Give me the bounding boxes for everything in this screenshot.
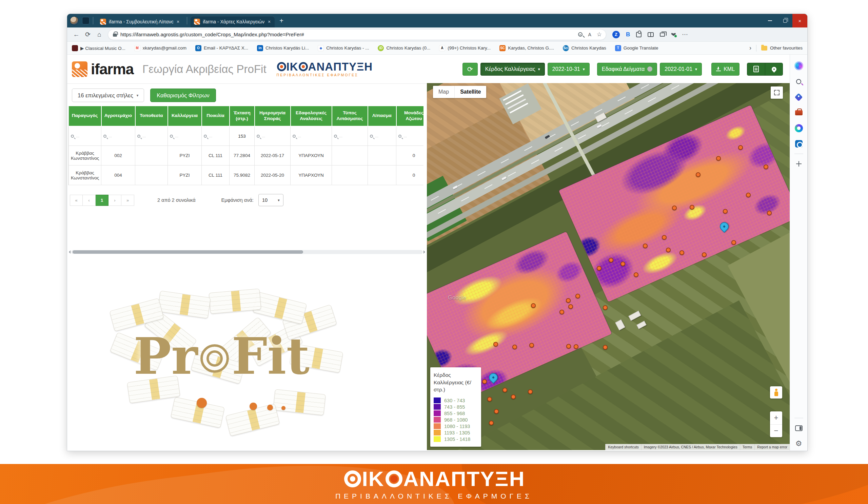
column-filter-cell[interactable]: ... <box>69 126 101 146</box>
filter-input[interactable]: ... <box>399 134 423 138</box>
soil-sample-point[interactable] <box>609 258 613 263</box>
attribution-text[interactable]: Report a map error <box>754 444 790 450</box>
ifarma-brand[interactable]: ifarma <box>72 61 134 78</box>
bookmark-item[interactable]: inChristos Karydás Li... <box>257 45 309 51</box>
filter-input[interactable]: ... <box>103 134 133 138</box>
column-filter-cell[interactable]: ... <box>202 126 229 146</box>
soil-sample-point[interactable] <box>597 266 601 271</box>
settings-more-icon[interactable]: ⋯ <box>682 31 688 38</box>
back-icon[interactable]: ← <box>71 31 82 38</box>
bookmark-item[interactable]: ◆Christos Karydas - ... <box>318 45 369 51</box>
sidebar-panel-icon[interactable] <box>793 422 805 434</box>
browser-essentials-icon[interactable] <box>671 32 676 37</box>
soil-sample-point[interactable] <box>716 156 721 161</box>
soil-sample-point[interactable] <box>487 397 492 402</box>
column-header[interactable]: Καλλιέργεια <box>168 106 202 126</box>
sidebar-copilot-icon[interactable] <box>793 60 805 72</box>
soil-sample-point[interactable] <box>493 342 498 347</box>
area-filter-value[interactable]: 153 <box>229 126 255 146</box>
bookmark-item[interactable]: iDChristos Karydas (0... <box>378 45 430 51</box>
bing-icon[interactable]: B <box>626 31 630 38</box>
sidebar-toolbox-icon[interactable] <box>793 107 805 119</box>
column-header[interactable]: Τοποθεσία <box>135 106 168 126</box>
zoom-out-button[interactable]: − <box>770 424 782 438</box>
address-bar[interactable]: https://ifarmaweb.agrostis.gr/custom_cod… <box>108 29 606 40</box>
clear-filters-button[interactable]: Καθαρισμός Φίλτρων <box>150 89 216 102</box>
soil-sample-point[interactable] <box>503 388 507 392</box>
column-header[interactable]: Εδαφολογικές Αναλύσεις <box>291 106 332 126</box>
filter-input[interactable]: ... <box>370 134 394 138</box>
satellite-map[interactable]: Map Satellite Κέρδος Καλλιέργειας (€/στρ… <box>427 83 790 450</box>
close-button[interactable]: × <box>792 14 807 28</box>
satellite-view-toggle[interactable]: Satellite <box>454 86 486 98</box>
soil-sample-point[interactable] <box>566 298 571 303</box>
bookmark-item[interactable]: SCKarydas, Christos G.... <box>499 45 554 51</box>
soil-sample-point[interactable] <box>489 421 494 425</box>
street-view-pegman[interactable] <box>770 386 782 399</box>
scroll-left-icon[interactable] <box>67 250 71 254</box>
soil-sample-point[interactable] <box>494 409 499 414</box>
new-tab-button[interactable]: + <box>279 17 283 25</box>
column-header[interactable]: Έκταση (στρ.) <box>229 106 255 126</box>
crop-profit-dropdown[interactable]: Κέρδος Καλλιέργειας ▾ <box>480 63 545 76</box>
soil-sample-point[interactable] <box>672 206 677 210</box>
prev-page-button[interactable]: ‹ <box>83 195 96 206</box>
split-screen-icon[interactable] <box>648 32 654 37</box>
soil-sample-point[interactable] <box>643 244 648 248</box>
sidebar-shopping-icon[interactable] <box>793 91 805 103</box>
soil-sample-point[interactable] <box>482 379 487 384</box>
sidebar-outlook-icon[interactable] <box>793 138 805 150</box>
sidebar-settings-icon[interactable]: ⚙ <box>793 438 805 449</box>
sidebar-search-icon[interactable] <box>793 76 805 87</box>
column-filter-cell[interactable]: ... <box>368 126 396 146</box>
soil-sample-point[interactable] <box>767 210 772 215</box>
read-aloud-icon[interactable]: A <box>588 32 591 37</box>
column-filter-cell[interactable]: ... <box>101 126 135 146</box>
collections-icon[interactable] <box>660 33 665 37</box>
filter-input[interactable]: ... <box>71 134 99 138</box>
sidebar-add-icon[interactable] <box>793 158 805 169</box>
attribution-text[interactable]: Keyboard shortcuts <box>605 444 641 450</box>
extensions-icon[interactable] <box>636 32 641 37</box>
workspace-icon[interactable] <box>82 17 90 24</box>
refresh-icon[interactable]: ⟳ <box>82 31 94 38</box>
soil-samples-toggle[interactable]: Εδαφικά Δείγματα <box>597 63 658 76</box>
attribution-text[interactable]: Imagery ©2023 Airbus, CNES / Airbus, Max… <box>641 444 740 450</box>
filter-input[interactable]: ... <box>257 134 288 138</box>
page-1-button[interactable]: 1 <box>96 195 108 206</box>
soil-sample-point[interactable] <box>528 389 533 394</box>
date-to-dropdown[interactable]: 2022-10-31 ▾ <box>548 63 590 76</box>
column-header[interactable]: Παραγωγός <box>69 106 101 126</box>
zoom-in-button[interactable]: + <box>770 411 782 424</box>
column-header[interactable]: Ποικιλία <box>202 106 229 126</box>
refresh-data-button[interactable]: ⟳ <box>463 63 478 76</box>
soil-sample-point[interactable] <box>568 304 573 309</box>
restore-button[interactable] <box>777 14 792 28</box>
first-page-button[interactable]: « <box>70 195 83 206</box>
column-filter-cell[interactable]: ... <box>168 126 202 146</box>
soil-sample-point[interactable] <box>603 345 608 350</box>
table-row[interactable]: Κράββας Κωνσταντίνος004ΡΥΖΙCL 11175.9082… <box>69 165 424 185</box>
soil-sample-point[interactable] <box>764 164 768 169</box>
bookmarks-overflow-chevron[interactable]: › <box>749 44 751 52</box>
soil-sample-point[interactable] <box>574 344 578 349</box>
bookmark-item[interactable]: ▶ Classical Music O... <box>72 45 125 51</box>
soil-sample-point[interactable] <box>731 240 736 245</box>
table-row[interactable]: Κράββας Κωνσταντίνος002ΡΥΖΙCL 11177.2804… <box>69 146 424 165</box>
tab-close-icon[interactable]: × <box>267 19 271 24</box>
url-text[interactable]: https://ifarmaweb.agrostis.gr/custom_cod… <box>120 32 575 37</box>
horizontal-scrollbar[interactable] <box>67 249 427 254</box>
soil-sample-point[interactable] <box>620 261 625 266</box>
tab-close-icon[interactable]: × <box>176 19 180 24</box>
column-filter-cell[interactable]: ... <box>291 126 332 146</box>
bookmark-item[interactable]: TGoogle Translate <box>615 45 659 51</box>
column-filter-cell[interactable]: ... <box>332 126 368 146</box>
soil-sample-point[interactable] <box>566 344 571 349</box>
soil-sample-point[interactable] <box>666 248 671 252</box>
last-page-button[interactable]: » <box>121 195 134 206</box>
kml-export-button[interactable]: KML <box>711 63 740 76</box>
date-from-dropdown[interactable]: 2022-01-01 ▾ <box>660 63 702 76</box>
column-filter-cell[interactable]: ... <box>135 126 168 146</box>
bookmark-item[interactable]: Mxkarydas@gmail.com <box>134 45 186 51</box>
per-page-select[interactable]: 10 ▾ <box>258 194 283 206</box>
